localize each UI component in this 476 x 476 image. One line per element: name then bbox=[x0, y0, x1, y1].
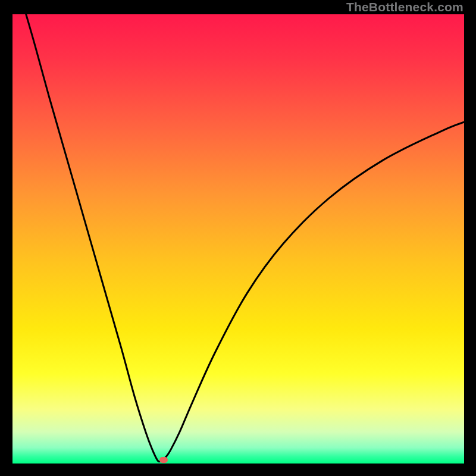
minimum-marker bbox=[159, 457, 168, 463]
plot-area bbox=[12, 14, 464, 464]
chart-frame: TheBottleneck.com bbox=[0, 0, 476, 476]
bottleneck-curve bbox=[12, 14, 464, 464]
watermark-text: TheBottleneck.com bbox=[346, 0, 464, 14]
